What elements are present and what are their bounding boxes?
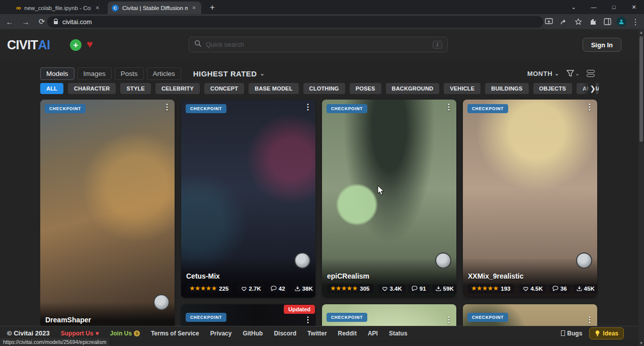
creator-avatar[interactable] <box>435 252 451 269</box>
card-menu-kebab-icon[interactable]: ⋮ <box>163 103 171 111</box>
card-menu-kebab-icon[interactable]: ⋮ <box>445 316 453 324</box>
address-bar[interactable]: civitai.com <box>47 16 543 28</box>
profile-avatar[interactable] <box>616 17 626 27</box>
category-scroll-right-button[interactable]: ❯ <box>583 83 596 94</box>
card-menu-kebab-icon[interactable]: ⋮ <box>586 316 594 324</box>
model-type-badge[interactable]: CHECKPOINT <box>186 313 226 322</box>
browser-tab-colab[interactable]: ∞ new_colab_file.ipynb - Colaborat ✕ <box>12 2 105 14</box>
chevron-down-icon: ⌄ <box>575 70 580 77</box>
forward-button[interactable]: → <box>19 15 32 28</box>
heart-icon <box>523 286 529 291</box>
category-pill[interactable]: CELEBRITY <box>155 83 200 94</box>
page-scrollbar[interactable]: ▲ ▼ <box>638 29 644 346</box>
model-type-badge[interactable]: CHECKPOINT <box>327 313 367 322</box>
browser-tab-civitai[interactable]: C Civitai | Stable Diffusion models ✕ <box>108 2 201 14</box>
card-menu-kebab-icon[interactable]: ⋮ <box>445 103 453 111</box>
model-card-xxmix[interactable]: CHECKPOINT ⋮ XXMix_9realistic ★★★★★ 193 … <box>463 100 597 298</box>
category-pill[interactable]: VEHICLE <box>444 83 480 94</box>
civitai-logo[interactable]: CIVIT AI <box>7 38 50 52</box>
model-card-cetus-mix[interactable]: CHECKPOINT ⋮ Cetus-Mix ★★★★★ 225 2.7K <box>181 100 315 298</box>
install-icon[interactable] <box>543 16 554 27</box>
card-stats: ★★★★★ 225 2.7K 42 38K <box>186 284 310 293</box>
search-input[interactable] <box>206 41 429 48</box>
create-plus-button[interactable]: + <box>70 39 82 51</box>
back-button[interactable]: ← <box>3 15 16 28</box>
model-card-partial[interactable]: Updated CHECKPOINT ⋮ <box>181 304 315 326</box>
category-pill[interactable]: BUILDINGS <box>485 83 528 94</box>
layout-toggle-icon[interactable] <box>587 70 595 77</box>
model-card-partial[interactable]: CHECKPOINT ⋮ <box>463 304 597 326</box>
category-pill[interactable]: BACKGROUND <box>386 83 440 94</box>
close-button[interactable]: ✕ <box>624 0 644 14</box>
category-pill[interactable]: POSES <box>350 83 381 94</box>
new-tab-button[interactable]: + <box>206 2 218 13</box>
scroll-up-arrow-icon[interactable]: ▲ <box>638 29 644 35</box>
model-name: Cetus-Mix <box>186 272 310 280</box>
ideas-button[interactable]: Ideas <box>589 327 624 339</box>
rating-stat: ★★★★★ 193 <box>468 284 514 293</box>
model-type-badge[interactable]: CHECKPOINT <box>186 104 226 113</box>
favorites-heart-icon[interactable]: ♥ <box>87 38 93 50</box>
window-controls: ⌄ — □ ✕ <box>564 0 644 14</box>
category-pill[interactable]: CONCEPT <box>204 83 244 94</box>
logo-text-ai: AI <box>38 38 50 52</box>
minimize-button[interactable]: — <box>584 0 604 14</box>
model-card-dreamshaper[interactable]: CHECKPOINT ⋮ DreamShaper <box>40 100 175 326</box>
sort-dropdown[interactable]: HIGHEST RATED ⌄ <box>193 69 265 78</box>
tab-close-icon[interactable]: ✕ <box>191 5 197 11</box>
card-menu-kebab-icon[interactable]: ⋮ <box>304 103 312 111</box>
category-pill[interactable]: OBJECTS <box>533 83 572 94</box>
likes-count: 3.4K <box>390 286 402 292</box>
category-pill[interactable]: CLOTHING <box>303 83 345 94</box>
model-type-badge[interactable]: CHECKPOINT <box>467 313 508 322</box>
bugs-link[interactable]: Bugs <box>561 330 582 337</box>
tab-articles[interactable]: Articles <box>147 67 181 80</box>
scrollbar-thumb[interactable] <box>639 36 643 142</box>
comments-stat: 36 <box>549 284 571 293</box>
creator-avatar[interactable] <box>153 294 170 310</box>
tab-search-icon[interactable]: ⌄ <box>564 0 584 14</box>
filter-dropdown[interactable]: ⌄ <box>567 70 580 77</box>
period-dropdown[interactable]: MONTH ⌄ <box>527 70 559 77</box>
support-us-link[interactable]: Support Us ♥ <box>61 330 99 337</box>
tab-models[interactable]: Models <box>40 67 74 80</box>
twitter-link[interactable]: Twitter <box>307 330 327 337</box>
privacy-link[interactable]: Privacy <box>210 330 232 337</box>
sort-label: HIGHEST RATED <box>193 69 257 78</box>
nav-right-controls: MONTH ⌄ ⌄ <box>527 66 595 80</box>
category-pill[interactable]: STYLE <box>120 83 150 94</box>
share-icon[interactable] <box>558 16 569 27</box>
join-us-link[interactable]: Join Us $ <box>110 330 140 337</box>
creator-avatar[interactable] <box>576 252 592 269</box>
tab-close-icon[interactable]: ✕ <box>95 5 101 11</box>
tab-images[interactable]: Images <box>77 67 112 80</box>
card-menu-kebab-icon[interactable]: ⋮ <box>586 103 594 111</box>
maximize-button[interactable]: □ <box>604 0 624 14</box>
scroll-down-arrow-icon[interactable]: ▼ <box>638 340 644 346</box>
model-type-badge[interactable]: CHECKPOINT <box>45 104 86 113</box>
model-card-partial[interactable]: CHECKPOINT ⋮ <box>322 304 456 326</box>
browser-menu-kebab-icon[interactable]: ⋮ <box>630 16 641 27</box>
sign-in-button[interactable]: Sign In <box>583 38 621 52</box>
category-pill[interactable]: BASE MODEL <box>249 83 298 94</box>
side-panel-icon[interactable] <box>602 16 613 27</box>
model-card-art <box>40 100 175 326</box>
model-card-epicrealism[interactable]: CHECKPOINT ⋮ epiCRealism ★★★★★ 305 3.4K <box>322 100 456 298</box>
category-pill[interactable]: CHARACTER <box>68 83 116 94</box>
terms-link[interactable]: Terms of Service <box>151 330 199 337</box>
model-type-badge[interactable]: CHECKPOINT <box>327 104 367 113</box>
tab-posts[interactable]: Posts <box>115 67 144 80</box>
api-link[interactable]: API <box>368 330 378 337</box>
creator-avatar[interactable] <box>294 252 310 269</box>
model-type-badge[interactable]: CHECKPOINT <box>467 104 508 113</box>
reddit-link[interactable]: Reddit <box>338 330 357 337</box>
bug-icon <box>561 330 565 336</box>
status-link[interactable]: Status <box>389 330 408 337</box>
github-link[interactable]: GitHub <box>243 330 263 337</box>
reload-button[interactable]: ⟳ <box>35 15 48 28</box>
discord-link[interactable]: Discord <box>274 330 296 337</box>
category-pill-all[interactable]: ALL <box>40 83 63 94</box>
extensions-puzzle-icon[interactable] <box>587 16 598 27</box>
bookmark-star-icon[interactable] <box>573 16 584 27</box>
card-menu-kebab-icon[interactable]: ⋮ <box>304 316 312 324</box>
